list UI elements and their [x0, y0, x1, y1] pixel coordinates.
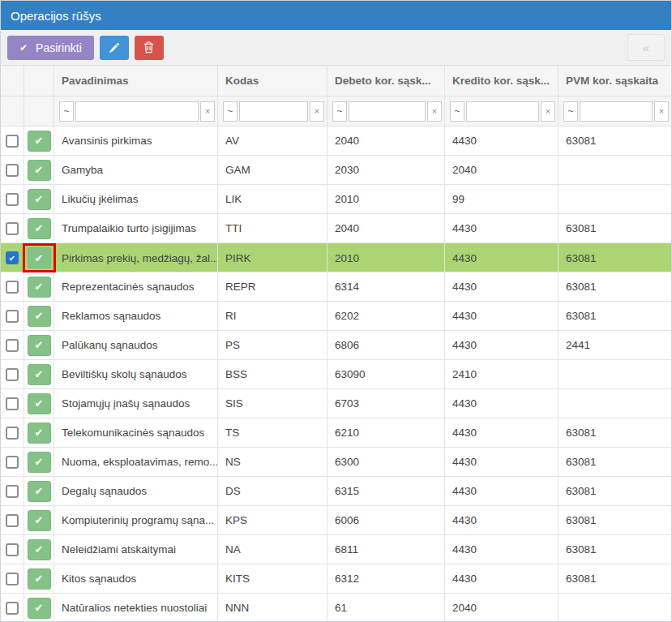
table-row[interactable]: ✔Stojamųjų įnašų sąnaudosSIS67034430 — [1, 389, 671, 418]
header-cell-credit[interactable]: Kredito kor. sąsk... — [445, 66, 559, 96]
filter-clear-button[interactable]: × — [541, 101, 555, 122]
table-row[interactable]: ✔Kompiuterinių programų sąna...KPS600644… — [1, 506, 671, 535]
row-code: LIK — [218, 185, 327, 213]
collapse-button[interactable]: « — [627, 34, 665, 61]
edit-button[interactable] — [100, 36, 129, 60]
row-vat — [559, 360, 671, 388]
header-cell-vat[interactable]: PVM kor. sąskaita — [559, 66, 671, 96]
row-checkbox[interactable] — [6, 573, 19, 586]
row-approve-button[interactable]: ✔ — [28, 247, 51, 268]
row-checkbox[interactable] — [6, 222, 19, 235]
row-debit: 2010 — [327, 243, 445, 272]
row-approve-button[interactable]: ✔ — [28, 481, 51, 502]
row-approve-button[interactable]: ✔ — [28, 423, 51, 444]
row-approve-cell: ✔ — [24, 272, 54, 301]
row-approve-button[interactable]: ✔ — [28, 306, 51, 327]
row-checkbox[interactable] — [6, 514, 19, 527]
filter-clear-button[interactable]: × — [200, 101, 215, 122]
table-row[interactable]: ✔Telekomunikacinės sąnaudosTS62104430630… — [1, 418, 671, 448]
filter-match-button[interactable]: ~ — [450, 101, 464, 122]
table-row[interactable]: ✔Nuoma, eksploatavimas, remo...NS6300443… — [1, 448, 671, 477]
table-row[interactable]: ✔Reprezentacinės sąnaudosREPR63144430630… — [1, 272, 671, 302]
row-approve-button[interactable]: ✔ — [28, 189, 51, 210]
row-checkbox[interactable] — [6, 543, 19, 556]
table-row[interactable]: ✔Degalų sąnaudosDS6315443063081 — [1, 477, 671, 506]
row-vat: 63081 — [559, 214, 671, 242]
row-approve-button[interactable]: ✔ — [28, 452, 51, 473]
table-row[interactable]: ✔GamybaGAM20302040 — [1, 156, 671, 185]
filter-match-button[interactable]: ~ — [223, 101, 238, 122]
row-approve-button[interactable]: ✔ — [28, 364, 51, 385]
row-approve-cell: ✔ — [24, 331, 54, 359]
row-approve-button[interactable]: ✔ — [28, 218, 51, 239]
row-vat: 63081 — [559, 418, 671, 447]
filter-clear-button[interactable]: × — [310, 101, 324, 122]
filter-cell-empty — [24, 97, 54, 126]
table-row[interactable]: ✔Kitos sąnaudosKITS6312443063081 — [1, 564, 671, 594]
header-cell-debit[interactable]: Debeto kor. sąsk... — [327, 66, 445, 96]
row-checkbox[interactable] — [6, 485, 19, 498]
row-approve-button[interactable]: ✔ — [28, 131, 51, 152]
row-checkbox[interactable]: ✔ — [6, 251, 19, 264]
filter-clear-button[interactable]: × — [427, 101, 442, 122]
delete-button[interactable] — [135, 36, 164, 60]
row-approve-button[interactable]: ✔ — [28, 393, 51, 414]
row-approve-button[interactable]: ✔ — [28, 160, 51, 181]
filter-match-button[interactable]: ~ — [332, 101, 347, 122]
filter-cell-vat: ~ × — [559, 97, 671, 126]
filter-input-code[interactable] — [239, 101, 308, 122]
row-approve-button[interactable]: ✔ — [28, 539, 51, 560]
row-checkbox[interactable] — [6, 368, 19, 381]
filter-match-button[interactable]: ~ — [59, 101, 74, 122]
table-row[interactable]: ✔Palūkanų sąnaudosPS680644302441 — [1, 331, 671, 360]
filter-match-button[interactable]: ~ — [563, 101, 578, 122]
row-checkbox[interactable] — [6, 193, 19, 206]
row-approve-cell: ✔ — [24, 477, 54, 505]
table-row[interactable]: ✔Beviltiškų skolų sąnaudosBSS630902410 — [1, 360, 671, 389]
row-debit: 63090 — [327, 360, 445, 388]
filter-input-credit[interactable] — [466, 101, 539, 122]
table-row[interactable]: ✔Reklamos sąnaudosRI6202443063081 — [1, 302, 671, 331]
row-vat: 63081 — [559, 272, 671, 301]
select-button[interactable]: ✔ Pasirinkti — [7, 36, 94, 60]
table-row[interactable]: ✔Likučių įkėlimasLIK201099 — [1, 185, 671, 214]
filter-input-vat[interactable] — [580, 101, 653, 122]
table-row[interactable]: ✔Neleidžiami atskaitymaiNA6811443063081 — [1, 535, 671, 564]
table-row[interactable]: ✔Natūralios netekties nuostoliaiNNN61204… — [1, 594, 671, 622]
row-debit: 6806 — [327, 331, 445, 359]
row-checkbox[interactable] — [6, 135, 19, 148]
header-cell-code[interactable]: Kodas — [218, 66, 327, 96]
row-approve-button[interactable]: ✔ — [28, 510, 51, 531]
row-checkbox-cell — [1, 185, 24, 213]
table-row[interactable]: ✔Avansinis pirkimasAV2040443063081 — [1, 127, 671, 156]
header-cell-name[interactable]: Pavadinimas — [54, 66, 218, 96]
row-approve-button[interactable]: ✔ — [28, 277, 51, 298]
operation-types-window: Operacijos rūšys ✔ Pasirinkti « — [0, 0, 672, 622]
row-approve-button[interactable]: ✔ — [28, 568, 51, 590]
annotation-highlight-box: ✔ — [23, 243, 56, 272]
row-checkbox[interactable] — [6, 310, 19, 323]
filter-input-name[interactable] — [75, 101, 199, 122]
row-checkbox[interactable] — [6, 456, 19, 469]
row-name: Reprezentacinės sąnaudos — [54, 272, 218, 301]
row-vat — [559, 389, 671, 418]
filter-clear-button[interactable]: × — [654, 101, 669, 122]
row-credit: 4430 — [445, 535, 559, 564]
row-approve-cell: ✔ — [24, 302, 54, 330]
row-code: SIS — [218, 389, 327, 418]
row-checkbox[interactable] — [6, 281, 19, 294]
row-checkbox[interactable] — [6, 164, 19, 177]
table-row[interactable]: ✔✔Pirkimas prekių, medžiagų, žal...PIRK2… — [1, 243, 671, 272]
row-checkbox-cell — [1, 594, 24, 622]
row-checkbox[interactable] — [6, 427, 19, 440]
row-approve-button[interactable]: ✔ — [28, 598, 51, 619]
table-row[interactable]: ✔Trumpalaikio turto įsigijimasTTI2040443… — [1, 214, 671, 243]
filter-input-debit[interactable] — [349, 101, 426, 122]
row-approve-cell: ✔ — [24, 389, 54, 418]
row-credit: 4430 — [445, 214, 559, 242]
row-checkbox[interactable] — [6, 339, 19, 352]
row-approve-button[interactable]: ✔ — [28, 335, 51, 356]
row-name: Gamyba — [54, 156, 218, 184]
row-checkbox[interactable] — [6, 602, 19, 615]
row-checkbox[interactable] — [6, 397, 19, 410]
